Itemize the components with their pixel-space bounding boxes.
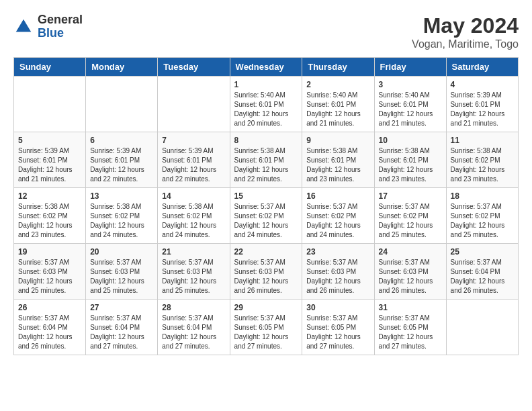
page-title: May 2024 <box>412 13 519 38</box>
day-number: 18 <box>451 191 514 201</box>
day-info: Sunrise: 5:40 AM Sunset: 6:01 PM Dayligh… <box>234 91 298 128</box>
day-info: Sunrise: 5:37 AM Sunset: 6:03 PM Dayligh… <box>90 258 153 295</box>
day-info: Sunrise: 5:37 AM Sunset: 6:03 PM Dayligh… <box>162 258 225 295</box>
calendar-header-row: SundayMondayTuesdayWednesdayThursdayFrid… <box>14 58 519 77</box>
day-number: 12 <box>18 191 81 201</box>
calendar-cell: 13Sunrise: 5:38 AM Sunset: 6:02 PM Dayli… <box>86 188 158 244</box>
calendar-week-row: 19Sunrise: 5:37 AM Sunset: 6:03 PM Dayli… <box>14 244 519 300</box>
day-info: Sunrise: 5:38 AM Sunset: 6:02 PM Dayligh… <box>90 202 153 240</box>
page-subtitle: Vogan, Maritime, Togo <box>412 38 519 50</box>
day-info: Sunrise: 5:39 AM Sunset: 6:01 PM Dayligh… <box>162 146 225 184</box>
calendar-cell: 22Sunrise: 5:37 AM Sunset: 6:03 PM Dayli… <box>230 244 302 300</box>
calendar-header-sunday: Sunday <box>14 58 86 77</box>
day-info: Sunrise: 5:39 AM Sunset: 6:01 PM Dayligh… <box>18 146 81 184</box>
day-number: 11 <box>451 136 514 145</box>
day-info: Sunrise: 5:37 AM Sunset: 6:03 PM Dayligh… <box>306 258 369 295</box>
day-info: Sunrise: 5:37 AM Sunset: 6:05 PM Dayligh… <box>379 314 442 351</box>
calendar-header-monday: Monday <box>86 58 158 77</box>
day-info: Sunrise: 5:38 AM Sunset: 6:02 PM Dayligh… <box>18 202 81 240</box>
day-number: 4 <box>451 80 514 89</box>
day-number: 21 <box>162 247 225 257</box>
day-number: 26 <box>18 303 81 312</box>
day-info: Sunrise: 5:38 AM Sunset: 6:01 PM Dayligh… <box>234 146 298 184</box>
day-number: 25 <box>451 247 514 257</box>
day-number: 7 <box>162 136 225 145</box>
title-block: May 2024 Vogan, Maritime, Togo <box>412 13 519 50</box>
day-number: 29 <box>234 303 298 312</box>
day-info: Sunrise: 5:38 AM Sunset: 6:02 PM Dayligh… <box>162 202 225 240</box>
day-info: Sunrise: 5:37 AM Sunset: 6:02 PM Dayligh… <box>451 202 514 240</box>
day-number: 23 <box>306 247 369 257</box>
calendar-cell: 16Sunrise: 5:37 AM Sunset: 6:02 PM Dayli… <box>302 188 374 244</box>
calendar-cell: 18Sunrise: 5:37 AM Sunset: 6:02 PM Dayli… <box>446 188 518 244</box>
day-number: 2 <box>306 80 369 89</box>
day-info: Sunrise: 5:38 AM Sunset: 6:01 PM Dayligh… <box>306 146 369 184</box>
calendar-cell: 2Sunrise: 5:40 AM Sunset: 6:01 PM Daylig… <box>302 77 374 132</box>
logo-icon <box>13 17 34 37</box>
day-info: Sunrise: 5:37 AM Sunset: 6:04 PM Dayligh… <box>451 258 514 295</box>
logo: General Blue <box>13 13 83 40</box>
day-info: Sunrise: 5:39 AM Sunset: 6:01 PM Dayligh… <box>451 91 514 128</box>
day-number: 13 <box>90 191 153 201</box>
calendar-cell: 15Sunrise: 5:37 AM Sunset: 6:02 PM Dayli… <box>230 188 302 244</box>
day-number: 16 <box>306 191 369 201</box>
day-number: 15 <box>234 191 298 201</box>
calendar-cell: 30Sunrise: 5:37 AM Sunset: 6:05 PM Dayli… <box>302 300 374 355</box>
day-info: Sunrise: 5:37 AM Sunset: 6:05 PM Dayligh… <box>234 314 298 351</box>
calendar-cell <box>86 77 158 132</box>
calendar-week-row: 12Sunrise: 5:38 AM Sunset: 6:02 PM Dayli… <box>14 188 519 244</box>
day-info: Sunrise: 5:37 AM Sunset: 6:04 PM Dayligh… <box>90 314 153 351</box>
day-number: 22 <box>234 247 298 257</box>
day-info: Sunrise: 5:37 AM Sunset: 6:05 PM Dayligh… <box>306 314 369 351</box>
day-number: 1 <box>234 80 298 89</box>
day-info: Sunrise: 5:37 AM Sunset: 6:02 PM Dayligh… <box>306 202 369 240</box>
day-number: 10 <box>379 136 442 145</box>
calendar-cell: 9Sunrise: 5:38 AM Sunset: 6:01 PM Daylig… <box>302 132 374 188</box>
day-number: 8 <box>234 136 298 145</box>
day-info: Sunrise: 5:40 AM Sunset: 6:01 PM Dayligh… <box>306 91 369 128</box>
calendar-cell: 27Sunrise: 5:37 AM Sunset: 6:04 PM Dayli… <box>86 300 158 355</box>
day-info: Sunrise: 5:38 AM Sunset: 6:02 PM Dayligh… <box>451 146 514 184</box>
day-number: 3 <box>379 80 442 89</box>
calendar-cell: 28Sunrise: 5:37 AM Sunset: 6:04 PM Dayli… <box>158 300 230 355</box>
calendar-cell: 3Sunrise: 5:40 AM Sunset: 6:01 PM Daylig… <box>374 77 446 132</box>
day-info: Sunrise: 5:38 AM Sunset: 6:01 PM Dayligh… <box>379 146 442 184</box>
calendar-cell: 14Sunrise: 5:38 AM Sunset: 6:02 PM Dayli… <box>158 188 230 244</box>
calendar-header-thursday: Thursday <box>302 58 374 77</box>
day-number: 30 <box>306 303 369 312</box>
calendar-cell: 6Sunrise: 5:39 AM Sunset: 6:01 PM Daylig… <box>86 132 158 188</box>
calendar-table: SundayMondayTuesdayWednesdayThursdayFrid… <box>13 57 519 355</box>
calendar-cell: 23Sunrise: 5:37 AM Sunset: 6:03 PM Dayli… <box>302 244 374 300</box>
calendar-cell: 17Sunrise: 5:37 AM Sunset: 6:02 PM Dayli… <box>374 188 446 244</box>
day-number: 28 <box>162 303 225 312</box>
calendar-cell: 10Sunrise: 5:38 AM Sunset: 6:01 PM Dayli… <box>374 132 446 188</box>
calendar-cell: 1Sunrise: 5:40 AM Sunset: 6:01 PM Daylig… <box>230 77 302 132</box>
logo-general-text: General <box>38 13 83 27</box>
calendar-cell: 26Sunrise: 5:37 AM Sunset: 6:04 PM Dayli… <box>14 300 86 355</box>
day-info: Sunrise: 5:40 AM Sunset: 6:01 PM Dayligh… <box>379 91 442 128</box>
calendar-cell: 24Sunrise: 5:37 AM Sunset: 6:03 PM Dayli… <box>374 244 446 300</box>
day-info: Sunrise: 5:37 AM Sunset: 6:04 PM Dayligh… <box>18 314 81 351</box>
calendar-cell: 19Sunrise: 5:37 AM Sunset: 6:03 PM Dayli… <box>14 244 86 300</box>
calendar-header-saturday: Saturday <box>446 58 518 77</box>
day-info: Sunrise: 5:37 AM Sunset: 6:04 PM Dayligh… <box>162 314 225 351</box>
calendar-cell: 12Sunrise: 5:38 AM Sunset: 6:02 PM Dayli… <box>14 188 86 244</box>
calendar-week-row: 1Sunrise: 5:40 AM Sunset: 6:01 PM Daylig… <box>14 77 519 132</box>
calendar-cell: 29Sunrise: 5:37 AM Sunset: 6:05 PM Dayli… <box>230 300 302 355</box>
calendar-cell <box>446 300 518 355</box>
calendar-header-tuesday: Tuesday <box>158 58 230 77</box>
calendar-cell: 7Sunrise: 5:39 AM Sunset: 6:01 PM Daylig… <box>158 132 230 188</box>
page-header: General Blue May 2024 Vogan, Maritime, T… <box>13 13 519 50</box>
calendar-cell: 20Sunrise: 5:37 AM Sunset: 6:03 PM Dayli… <box>86 244 158 300</box>
day-info: Sunrise: 5:37 AM Sunset: 6:03 PM Dayligh… <box>18 258 81 295</box>
day-info: Sunrise: 5:37 AM Sunset: 6:03 PM Dayligh… <box>379 258 442 295</box>
calendar-week-row: 5Sunrise: 5:39 AM Sunset: 6:01 PM Daylig… <box>14 132 519 188</box>
calendar-cell: 21Sunrise: 5:37 AM Sunset: 6:03 PM Dayli… <box>158 244 230 300</box>
day-info: Sunrise: 5:37 AM Sunset: 6:02 PM Dayligh… <box>379 202 442 240</box>
day-number: 17 <box>379 191 442 201</box>
calendar-cell: 4Sunrise: 5:39 AM Sunset: 6:01 PM Daylig… <box>446 77 518 132</box>
day-number: 27 <box>90 303 153 312</box>
day-number: 31 <box>379 303 442 312</box>
calendar-cell: 11Sunrise: 5:38 AM Sunset: 6:02 PM Dayli… <box>446 132 518 188</box>
day-number: 20 <box>90 247 153 257</box>
